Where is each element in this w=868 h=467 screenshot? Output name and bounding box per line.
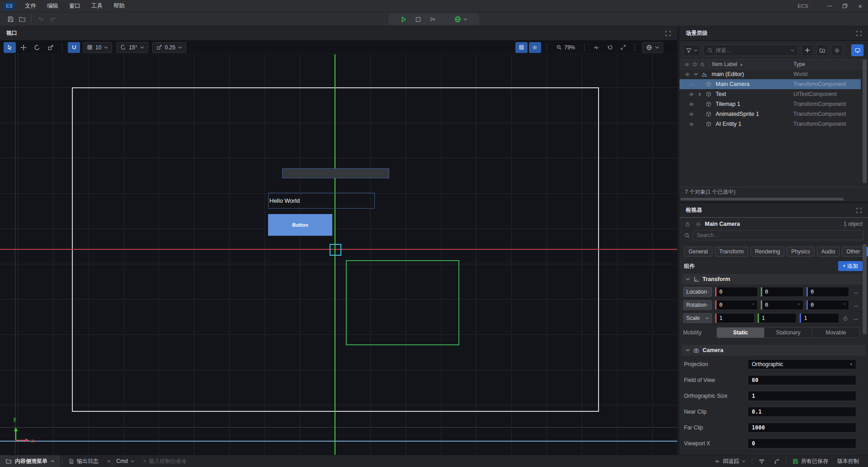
tab-general[interactable]: General	[684, 247, 712, 257]
location-z-field[interactable]: 0	[806, 287, 849, 297]
ui-panel-object[interactable]	[282, 168, 389, 178]
menu-item-文件[interactable]: 文件	[19, 0, 42, 12]
link-axes-icon[interactable]: ↔	[852, 302, 860, 309]
lock-icon[interactable]	[684, 221, 691, 227]
tab-rendering[interactable]: Rendering	[750, 247, 784, 257]
projection-dropdown[interactable]: Orthographic▾	[748, 359, 856, 369]
world-dropdown[interactable]	[642, 42, 663, 53]
expander-right-icon[interactable]	[696, 92, 703, 96]
expander-down-icon[interactable]	[692, 73, 699, 76]
close-button[interactable]: ×	[853, 0, 868, 12]
reset-view-button[interactable]	[604, 42, 616, 53]
stats-button[interactable]	[590, 42, 602, 53]
camera-section-header[interactable]: Camera	[682, 345, 865, 356]
trace-dropdown[interactable]: 回追踪	[710, 457, 750, 465]
button-object[interactable]: Button	[268, 214, 332, 236]
transform-section-header[interactable]: Transform	[682, 274, 865, 285]
scrollbar-handle[interactable]	[863, 59, 867, 183]
location-y-field[interactable]: 0	[760, 287, 803, 297]
scale-y-field[interactable]: 1	[757, 313, 797, 323]
gear-icon[interactable]	[694, 221, 702, 227]
add-component-button[interactable]: + 添加	[838, 261, 863, 271]
tab-other[interactable]: Other	[842, 247, 864, 257]
grid-snap-dropdown[interactable]: 10	[83, 42, 112, 53]
inspector-search-input[interactable]	[697, 232, 859, 238]
scale-lock-icon[interactable]	[842, 315, 849, 321]
link-axes-icon[interactable]: ↔	[852, 289, 860, 295]
tab-audio[interactable]: Audio	[817, 247, 840, 257]
scale-x-field[interactable]: 1	[715, 313, 755, 323]
visibility-toggle-eye-icon[interactable]	[686, 92, 696, 97]
field-of-view-field[interactable]: 60	[748, 375, 856, 385]
rotation-y-field[interactable]: 0°	[760, 300, 803, 310]
visibility-toggle-eye-icon[interactable]	[686, 102, 696, 107]
filter-dropdown-button[interactable]	[683, 44, 700, 56]
menu-item-编辑[interactable]: 编辑	[42, 0, 64, 12]
rotation-z-field[interactable]: 0°	[806, 300, 849, 310]
network-status-button[interactable]	[754, 459, 769, 464]
viewport-y-field[interactable]: 0	[748, 454, 856, 455]
cmd-dropdown[interactable]: >_ Cmd	[103, 458, 139, 464]
text-object[interactable]: Hello World	[268, 193, 375, 209]
scale-snap-dropdown[interactable]: 0.25	[152, 42, 186, 53]
output-log-button[interactable]: 输出日志	[64, 457, 103, 465]
add-entity-button[interactable]	[801, 44, 813, 56]
save-button[interactable]	[5, 14, 16, 24]
console-command-input[interactable]: > 输入控制台命令	[139, 457, 192, 465]
mobility-option-stationary[interactable]: Stationary	[764, 328, 812, 338]
lock-column-icon[interactable]	[698, 62, 706, 67]
scrollbar-handle[interactable]	[680, 198, 844, 200]
visibility-toggle-eye-icon[interactable]	[686, 112, 696, 117]
visibility-column-icon[interactable]	[683, 62, 691, 67]
visibility-toggle-eye-icon[interactable]	[686, 82, 696, 87]
visibility-toggle-eye-icon[interactable]	[686, 122, 696, 127]
scale-tool-button[interactable]	[44, 42, 57, 53]
column-type[interactable]: Type	[793, 61, 805, 67]
redo-button[interactable]	[47, 14, 58, 24]
hierarchy-row[interactable]: Tilemap 1TransformComponent	[679, 99, 861, 109]
hierarchy-row[interactable]: TextUITextComponent	[679, 89, 861, 99]
hierarchy-row[interactable]: Main CameraTransformComponent	[679, 79, 861, 89]
inspector-search-box[interactable]	[693, 230, 863, 240]
open-folder-button[interactable]	[16, 14, 28, 24]
select-tool-button[interactable]	[4, 42, 16, 53]
runtime-view-button[interactable]	[851, 44, 863, 56]
menu-item-帮助[interactable]: 帮助	[108, 0, 130, 12]
maximize-button[interactable]	[837, 0, 853, 12]
hierarchy-row[interactable]: AI Entity 1TransformComponent	[679, 119, 861, 129]
hierarchy-vertical-scrollbar[interactable]	[863, 59, 867, 186]
hierarchy-settings-button[interactable]	[831, 44, 843, 56]
zoom-indicator[interactable]: 79%	[556, 44, 575, 51]
column-item-label[interactable]: Item Label ▲	[712, 61, 743, 67]
hierarchy-row[interactable]: AnimatedSprite 1TransformComponent	[679, 109, 861, 119]
rotation-snap-dropdown[interactable]: 15°	[116, 42, 148, 53]
run-target-button[interactable]	[452, 14, 470, 24]
new-folder-button[interactable]	[816, 44, 828, 56]
hierarchy-horizontal-scrollbar[interactable]	[679, 197, 868, 201]
tab-physics[interactable]: Physics	[787, 247, 814, 257]
snap-toggle-button[interactable]	[68, 42, 80, 53]
fullscreen-button[interactable]	[617, 42, 629, 53]
hierarchy-expand-button[interactable]	[856, 31, 862, 36]
viewport-x-field[interactable]: 0	[748, 438, 856, 448]
version-control-button[interactable]: 版本控制	[833, 457, 863, 465]
mobility-option-static[interactable]: Static	[717, 328, 764, 338]
move-tool-button[interactable]	[17, 42, 29, 53]
inspector-scrollbar[interactable]	[863, 244, 867, 334]
hierarchy-row[interactable]: main (Editor)World	[679, 69, 861, 79]
mobility-option-movable[interactable]: Movable	[812, 328, 859, 338]
favorite-column-icon[interactable]	[691, 62, 698, 67]
collider-rect-object[interactable]	[346, 260, 459, 345]
location-mode-dropdown[interactable]: Location	[683, 287, 712, 297]
rotate-tool-button[interactable]	[31, 42, 43, 53]
gizmo-visibility-button[interactable]	[529, 42, 541, 53]
viewport-expand-button[interactable]	[665, 31, 671, 36]
scale-z-field[interactable]: 1	[799, 313, 839, 323]
orthographic-size-field[interactable]: 1	[748, 391, 856, 401]
link-axes-icon[interactable]: ↔	[852, 315, 860, 322]
far-clip-field[interactable]: 1000	[748, 423, 856, 433]
rotation-mode-dropdown[interactable]: Rotation	[683, 300, 712, 310]
location-x-field[interactable]: 0	[715, 287, 758, 297]
menu-item-工具[interactable]: 工具	[86, 0, 108, 12]
step-button[interactable]	[427, 14, 438, 24]
